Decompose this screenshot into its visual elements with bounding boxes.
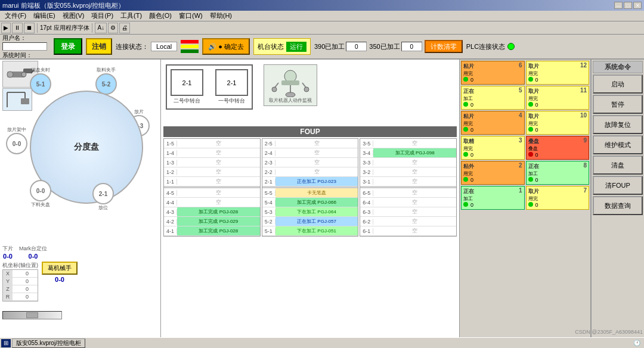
slot-num-11: 11 (580, 87, 587, 94)
coord-row-y: Y 0 (3, 278, 38, 285)
slot-content: 空 (275, 139, 358, 148)
sys-btn-dataquery[interactable]: 数据查询 (593, 196, 643, 215)
toolbar-sep2 (92, 23, 92, 33)
slot-val-9: 0 (535, 152, 538, 158)
clock-icon: 🕐 (633, 340, 640, 346)
start-icon[interactable]: ⊞ (1, 339, 11, 347)
toolbar-btn4[interactable]: ⚙ (108, 23, 118, 33)
menu-window[interactable]: 窗口(W) (175, 11, 206, 20)
slot-num: 5-3 (262, 209, 275, 215)
reset-btn[interactable]: 计数清零 (425, 40, 463, 53)
coord-val-y: 0 (13, 278, 30, 285)
sys-btn-start[interactable]: 启动 (593, 74, 643, 94)
foup-row: 5-1下在加工 PGJ-051 (262, 226, 358, 236)
disk-node-52: 取料夹手 5-2 (95, 67, 117, 95)
slot-content: 正在加工 PGJ-023 (275, 177, 358, 186)
foup-row: 1-2空 (164, 167, 260, 177)
dot-7 (528, 202, 533, 207)
robot-area-top: 2-1 二号中转台 2-1 一号中转台 (161, 60, 459, 125)
sys-btn-cleardisk[interactable]: 清盘 (593, 156, 643, 175)
arm-btn[interactable]: 葛机械手 (42, 262, 78, 275)
menu-file[interactable]: 文件(F) (1, 11, 30, 20)
menu-project[interactable]: 项目(P) (88, 11, 117, 20)
slot-num: 2-4 (262, 150, 275, 156)
slot-content: 空 (177, 148, 260, 157)
menu-tools[interactable]: 工具(T) (117, 11, 145, 20)
foup-row: 2-5空 (262, 139, 358, 148)
logout-btn[interactable]: 注销 (86, 38, 112, 55)
slot-num: 1-2 (164, 169, 177, 175)
counter-350-input[interactable] (401, 42, 422, 51)
foup-row: 1-3空 (164, 158, 260, 167)
menu-help[interactable]: 帮助(H) (206, 11, 236, 20)
counter-section: 390已加工 350已加工 计数清零 (314, 40, 463, 53)
slot-num-2: 2 (519, 162, 522, 169)
taskbar-app-btn[interactable]: 版安055.kvproj/控组电柜 (12, 338, 85, 348)
sys-btn-clearfoup[interactable]: 清FOUP (593, 176, 643, 195)
toolbar-btn5[interactable]: 🖨 (119, 23, 130, 33)
login-btn[interactable]: 登录 (54, 38, 82, 55)
sys-btn-reset[interactable]: 故障复位 (593, 115, 643, 134)
counter-390-input[interactable] (346, 42, 367, 51)
foup-row: 6-5空 (360, 188, 456, 198)
system-commands-title: 系统命令 (593, 61, 643, 73)
slot-content: 加工完成 PGJ-098 (373, 148, 456, 157)
slot-content: 空 (373, 198, 456, 207)
sys-btn-maintenance[interactable]: 维护模式 (593, 135, 643, 154)
dot-4 (463, 127, 468, 132)
slot-label-6a: 用完 (463, 70, 473, 77)
menu-color[interactable]: 颜色(O) (145, 11, 175, 20)
toolbar-save[interactable]: ⏹ (24, 23, 35, 33)
taskbar: ⊞ 版安055.kvproj/控组电柜 🕐 (0, 337, 644, 348)
slot-val-7: 0 (535, 202, 538, 208)
counter-390-label: 390已加工 (314, 42, 345, 51)
foup-row: 3-5空 (360, 139, 456, 148)
picking-robot: 取片机器人动作监视 (264, 64, 317, 106)
slot-num-6: 6 (519, 62, 522, 69)
slot-num-10: 10 (580, 112, 587, 119)
slot-num: 2-1 (262, 179, 275, 185)
foup-row: 3-1空 (360, 177, 456, 187)
coord-key-z: Z (3, 285, 13, 293)
sound-btn[interactable]: 🔊 ● 确定去 (202, 38, 250, 55)
user-input[interactable] (2, 42, 47, 51)
disk-node-00a: 0-0 下料夹盘 (30, 180, 51, 208)
font-size-label: 17pt (40, 24, 51, 31)
menu-view[interactable]: 视图(V) (59, 11, 88, 20)
slot-labels-1: 加工 (463, 195, 522, 202)
slot-label-10a: 用完 (528, 120, 538, 127)
svg-point-13 (272, 87, 277, 92)
slider-handle[interactable] (26, 312, 38, 318)
slot-labels-7: 用完 (528, 195, 587, 202)
slot-num-8: 8 (583, 162, 587, 169)
minimize-btn[interactable]: — (614, 2, 623, 9)
disk-main-label: 分度盘 (74, 142, 99, 153)
menu-edit[interactable]: 编辑(E) (30, 11, 59, 20)
user-section: 用户名： 系统时间： (2, 34, 50, 60)
dot-12 (528, 77, 533, 82)
close-btn[interactable]: ✕ (633, 2, 642, 9)
slot-num: 6-4 (360, 200, 373, 206)
toolbar-new[interactable]: ▶ (1, 23, 11, 33)
time-label: 系统时间： (2, 51, 50, 60)
slot-num: 3-1 (360, 179, 373, 185)
coord-table: X 0 Y 0 Z 0 R 0 (2, 269, 38, 302)
maximize-btn[interactable]: □ (624, 2, 632, 9)
slot-values-9: 0 (528, 152, 587, 158)
disk-node-52-label: 取料夹手 (97, 67, 116, 73)
slot-num: 4-2 (164, 219, 177, 225)
slot-labels-10: 用完 (528, 120, 587, 127)
toolbar-open[interactable]: ⏸ (12, 23, 23, 33)
slot-card-6: 6 粘片 用完 0 (461, 61, 525, 85)
mark-label: Mark台定位 (19, 245, 47, 253)
machine-run-value: 运行 (286, 42, 306, 52)
slider-bar[interactable] (2, 311, 62, 319)
sys-btn-pause[interactable]: 暂停 (593, 95, 643, 114)
foup-row: 6-2空 (360, 217, 456, 226)
toolbar-btn3[interactable]: A↓ (95, 23, 107, 33)
slot-content: 空 (177, 139, 260, 148)
foup-row: 5-3下在加工 PGJ-064 (262, 207, 358, 217)
slot-content: 空 (373, 139, 456, 148)
slot-title-9: 叠盘 (528, 138, 587, 145)
slot-val-6: 0 (470, 77, 473, 83)
